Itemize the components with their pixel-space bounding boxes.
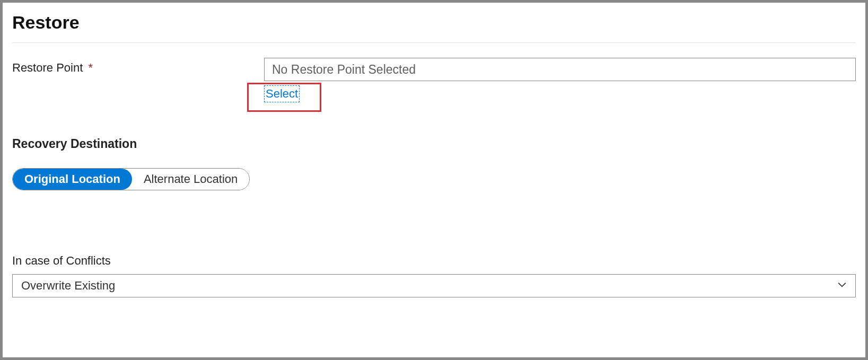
restore-panel: Restore Restore Point * Select Recovery … [3, 3, 865, 357]
restore-point-label-col: Restore Point * [12, 58, 264, 75]
conflicts-label: In case of Conflicts [12, 254, 856, 268]
chevron-down-icon [837, 279, 847, 293]
restore-point-row: Restore Point * Select [12, 58, 856, 113]
restore-point-input[interactable] [264, 58, 856, 81]
restore-point-label: Restore Point [12, 61, 83, 74]
alternate-location-option[interactable]: Alternate Location [132, 169, 249, 190]
restore-point-field-col: Select [264, 58, 856, 113]
conflicts-selected-value: Overwrite Existing [21, 279, 837, 293]
page-title: Restore [12, 3, 856, 43]
original-location-option[interactable]: Original Location [13, 169, 132, 190]
recovery-destination-heading: Recovery Destination [12, 137, 856, 151]
select-link-wrap: Select [264, 84, 338, 113]
recovery-destination-toggle: Original Location Alternate Location [12, 168, 250, 190]
conflicts-dropdown[interactable]: Overwrite Existing [12, 274, 856, 297]
required-indicator: * [88, 61, 93, 74]
select-restore-point-link[interactable]: Select [264, 85, 300, 102]
